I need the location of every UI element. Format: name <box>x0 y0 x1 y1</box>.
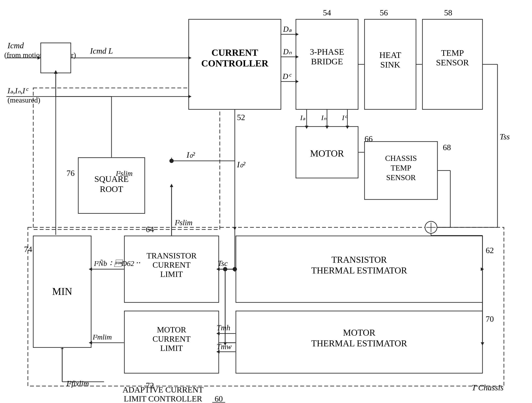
i0sq-label2: I₀² <box>186 150 195 159</box>
icmd-label: Icmd <box>7 41 24 50</box>
min-label: MIN <box>52 286 72 297</box>
transistor-cl-label3: LIMIT <box>160 270 183 279</box>
motor-cl-label1: MOTOR <box>157 325 186 334</box>
dc-label: Dᶜ <box>282 72 292 81</box>
junction-dot-2 <box>169 159 174 163</box>
temp-sensor-label1: TEMP <box>441 48 464 58</box>
motor-te-label1: MOTOR <box>343 328 375 338</box>
ref-72: 72 <box>146 381 154 390</box>
ref-68: 68 <box>443 143 451 152</box>
adaptive-label: ADAPTIVE CURRENT <box>123 385 203 394</box>
motor-te-label2: THERMAL ESTIMATOR <box>311 339 407 348</box>
ic-out-label: Iᶜ <box>342 114 348 122</box>
diagram-container: ADAPTIVE CURRENT LIMIT CONTROLLER 60 CUR… <box>0 0 532 403</box>
ifixlim-label: I²fixlim <box>66 379 89 388</box>
temp-sensor-label2: SENSOR <box>436 58 469 67</box>
ref-76: 76 <box>66 169 75 178</box>
current-controller-label1: CURRENT <box>211 47 258 58</box>
ref-70: 70 <box>486 314 494 323</box>
heat-sink-label1: HEAT <box>379 50 401 60</box>
ref-64: 64 <box>146 225 154 234</box>
i0sq-label: I₀² <box>237 160 246 169</box>
islim-sq-label2: I²slim <box>175 218 193 227</box>
ref-74: 74 <box>24 245 32 254</box>
chassis-temp-label2: TEMP <box>391 164 411 172</box>
input-junction-box <box>41 43 71 73</box>
icmd-l-label: Icmd L <box>90 46 113 55</box>
transistor-te-label1: TRANSISTOR <box>331 255 387 265</box>
motor-cl-label2: CURRENT <box>152 334 190 343</box>
tmh-label: Tmh <box>216 323 230 332</box>
adaptive-label2: LIMIT CONTROLLER <box>124 394 202 403</box>
motor-label: MOTOR <box>310 148 344 159</box>
measured-label: (measured) <box>7 96 40 104</box>
ref-58: 58 <box>444 8 452 17</box>
islim-sq-label1: I²Ñb࠱D62࠲ <box>94 260 141 268</box>
ib-out-label: Iₙ <box>321 114 327 122</box>
heat-sink-label2: SINK <box>380 60 400 70</box>
islim-sq-sqrt-label: I²slim <box>116 169 133 177</box>
ref-60: 60 <box>215 394 223 403</box>
t-chassis-label: T Chassis <box>472 383 503 392</box>
chassis-temp-label1: CHASSIS <box>385 154 417 163</box>
ref-52: 52 <box>237 113 245 122</box>
three-phase-label2: BRIDGE <box>311 57 343 66</box>
current-controller-label2: CONTROLLER <box>201 58 269 69</box>
tsc-label: Tsc <box>218 259 228 268</box>
chassis-temp-label3: SENSOR <box>386 173 416 182</box>
three-phase-label1: 3-PHASE <box>310 47 344 57</box>
db-label: Dₙ <box>283 47 292 56</box>
square-root-label2: ROOT <box>100 184 123 194</box>
ref-54: 54 <box>323 8 331 17</box>
motor-cl-label3: LIMIT <box>160 344 183 353</box>
transistor-cl-label1: TRANSISTOR <box>146 251 197 260</box>
imlim-sq-label: I²mlim <box>92 333 112 341</box>
ia-ib-ic-label: Iₐ,Iₙ,Iᶜ <box>7 86 29 95</box>
ref-56: 56 <box>380 8 388 17</box>
transistor-te-label2: THERMAL ESTIMATOR <box>311 266 407 275</box>
tmw-label: Tmw <box>216 342 232 351</box>
da-label: Dₐ <box>283 25 292 33</box>
tss-label: Tss <box>500 132 510 141</box>
transistor-cl-label2: CURRENT <box>152 260 190 269</box>
ref-62: 62 <box>486 246 494 255</box>
ia-out-label: Iₐ <box>300 114 305 122</box>
